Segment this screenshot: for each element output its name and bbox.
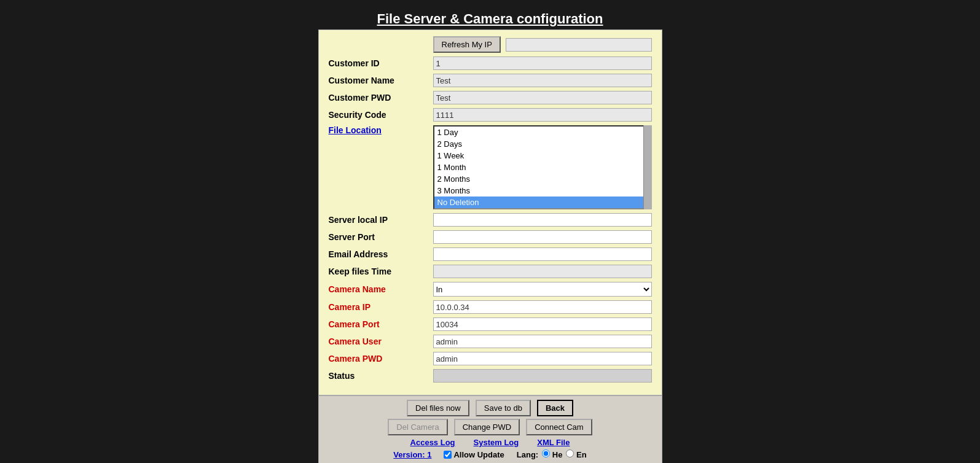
security-code-input[interactable] (433, 108, 652, 122)
keep-files-option[interactable]: 1 Day (434, 126, 651, 138)
lang-he-radio[interactable] (542, 449, 550, 457)
status-label: Status (329, 371, 433, 381)
camera-user-row: Camera User (329, 335, 652, 348)
customer-name-row: Customer Name (329, 74, 652, 87)
access-log-link[interactable]: Access Log (410, 438, 455, 447)
server-port-row: Server Port (329, 230, 652, 244)
refresh-button[interactable]: Refresh My IP (433, 36, 501, 53)
status-row: Status (329, 369, 652, 383)
camera-user-input[interactable] (433, 335, 652, 348)
ip-input[interactable] (506, 38, 652, 52)
page-title: File Server & Camera configuration (0, 11, 980, 27)
customer-pwd-row: Customer PWD (329, 91, 652, 104)
keep-files-option[interactable]: 1 Month (434, 161, 651, 173)
allow-update-checkbox[interactable] (444, 451, 452, 459)
main-form-container: Refresh My IP Customer ID Customer Name … (318, 29, 662, 395)
customer-name-label: Customer Name (329, 76, 433, 85)
keep-files-option[interactable]: 2 Months (434, 173, 651, 185)
keep-files-label: Keep files Time (329, 267, 433, 276)
lang-en-label: En (566, 449, 586, 459)
keep-files-open-list[interactable]: 1 Day2 Days1 Week1 Month2 Months3 Months… (433, 125, 652, 209)
del-camera-button[interactable]: Del Camera (388, 419, 447, 435)
save-to-db-button[interactable]: Save to db (476, 400, 531, 416)
lang-en-radio[interactable] (566, 449, 574, 457)
server-ip-row: Server local IP (329, 213, 652, 227)
allow-update-label: Allow Update (444, 450, 504, 459)
file-location-row: File Location 1 Day2 Days1 Week1 Month2 … (329, 125, 652, 209)
camera-port-input[interactable] (433, 317, 652, 331)
del-files-button[interactable]: Del files now (407, 400, 469, 416)
customer-pwd-label: Customer PWD (329, 93, 433, 103)
keep-files-option[interactable]: No Deletion (434, 196, 651, 208)
misc-row: Version: 1 Allow Update Lang: He En (325, 449, 656, 459)
customer-id-input[interactable] (433, 56, 652, 70)
camera-ip-label: Camera IP (329, 302, 433, 312)
version-link[interactable]: Version: 1 (393, 450, 431, 459)
status-input (433, 369, 652, 383)
camera-ip-input[interactable] (433, 300, 652, 314)
camera-user-label: Camera User (329, 337, 433, 346)
camera-name-select[interactable]: InOutFrontBack (433, 282, 652, 297)
camera-ip-row: Camera IP (329, 300, 652, 314)
camera-port-label: Camera Port (329, 319, 433, 329)
links-row: Access Log System Log XML File (325, 438, 656, 447)
xml-file-link[interactable]: XML File (537, 438, 570, 447)
system-log-link[interactable]: System Log (474, 438, 519, 447)
change-pwd-button[interactable]: Change PWD (454, 419, 520, 435)
keep-files-option[interactable]: 1 Week (434, 150, 651, 161)
camera-pwd-input[interactable] (433, 352, 652, 365)
keep-files-input (433, 265, 652, 278)
customer-name-input[interactable] (433, 74, 652, 87)
email-row: Email Address (329, 247, 652, 261)
keep-files-option[interactable]: 3 Months (434, 185, 651, 196)
camera-pwd-row: Camera PWD (329, 352, 652, 365)
refresh-row: Refresh My IP (329, 36, 652, 53)
lang-he-label: He (542, 449, 562, 459)
dropdown-scrollbar (643, 125, 652, 209)
server-ip-input[interactable] (433, 213, 652, 227)
bottom-area: Del files now Save to db Back Del Camera… (318, 395, 662, 463)
lang-row: Lang: He En (517, 449, 587, 459)
keep-files-row: Keep files Time (329, 265, 652, 278)
keep-files-option[interactable]: 2 Days (434, 138, 651, 150)
camera-pwd-label: Camera PWD (329, 354, 433, 364)
server-port-label: Server Port (329, 232, 433, 242)
email-label: Email Address (329, 249, 433, 259)
customer-pwd-input[interactable] (433, 91, 652, 104)
security-code-row: Security Code (329, 108, 652, 122)
connect-cam-button[interactable]: Connect Cam (526, 419, 592, 435)
camera-name-row: Camera Name InOutFrontBack (329, 282, 652, 297)
server-ip-label: Server local IP (329, 215, 433, 225)
customer-id-row: Customer ID (329, 56, 652, 70)
camera-port-row: Camera Port (329, 317, 652, 331)
file-location-label[interactable]: File Location (329, 125, 433, 135)
buttons-row2: Del Camera Change PWD Connect Cam (325, 419, 656, 435)
camera-name-label: Camera Name (329, 284, 433, 294)
server-port-input[interactable] (433, 230, 652, 244)
back-button[interactable]: Back (537, 400, 573, 416)
keep-files-dropdown[interactable]: 1 Day2 Days1 Week1 Month2 Months3 Months… (433, 125, 652, 209)
buttons-row1: Del files now Save to db Back (325, 400, 656, 416)
security-code-label: Security Code (329, 110, 433, 120)
customer-id-label: Customer ID (329, 58, 433, 68)
email-input[interactable] (433, 247, 652, 261)
